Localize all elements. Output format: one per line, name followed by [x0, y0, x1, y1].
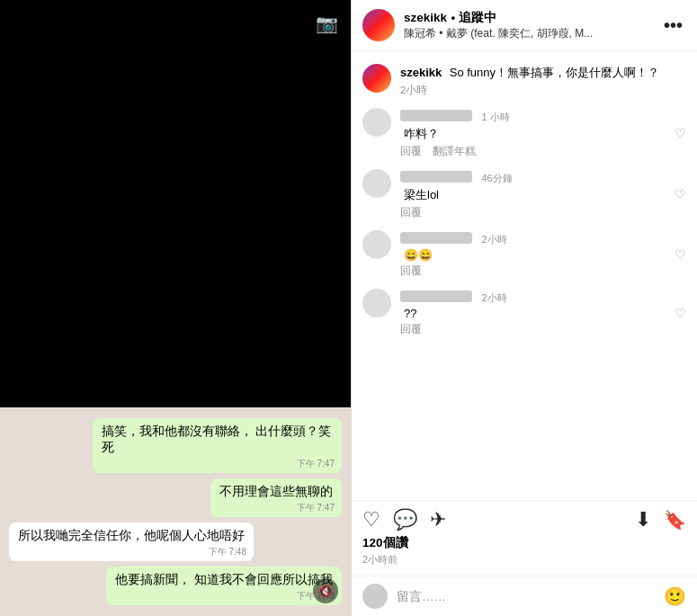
header-info: szekikk • 追蹤中 陳冠希 • 戴夢 (feat. 陳奕仁, 胡琤葭, …	[404, 9, 651, 41]
comment-item-4: 2小時 ?? 回覆 ♡	[352, 283, 697, 342]
comment-item-3: 2小時 😄😄 回覆 ♡	[352, 225, 697, 283]
first-comment-avatar	[362, 64, 391, 93]
post-time: 2小時前	[362, 553, 686, 567]
comment-text-4: ??	[404, 307, 666, 320]
comment-time-4: 2小時	[481, 292, 506, 303]
current-user-avatar	[362, 584, 388, 609]
like-button[interactable]: ♡	[362, 508, 380, 531]
chat-text-4: 他要搞新聞， 知道我不會回應所以搞我	[115, 573, 333, 586]
chat-bubble-sent-1: 搞笑，我和他都沒有聯絡， 出什麼頭？笑死 下午 7:47	[93, 418, 343, 474]
comment-meta-3: 回覆	[400, 264, 666, 278]
comment-item-2: 46分鐘 梁生lol 回覆 ♡	[352, 164, 697, 225]
comment-meta-1: 回覆 翻譯年糕	[400, 145, 666, 158]
emoji-button[interactable]: 🙂	[664, 585, 686, 607]
translate-link-1[interactable]: 翻譯年糕	[433, 145, 476, 158]
comments-area[interactable]: szekikk So funny！無事搞事，你是什麼人啊！？ 2小時 1 小時 …	[352, 51, 697, 500]
comment-time-2: 46分鐘	[481, 173, 512, 183]
comment-text-1: 咋料？	[404, 126, 666, 142]
chat-text-3: 所以我哋完全信任你，他呢個人心地唔好	[18, 529, 245, 542]
first-comment-meta: 2小時	[400, 84, 686, 97]
comment-username-2	[400, 171, 472, 183]
chat-time-2: 下午 7:47	[297, 502, 335, 514]
header-username-row: szekikk • 追蹤中	[404, 9, 651, 26]
first-comment-body: szekikk So funny！無事搞事，你是什麼人啊！？ 2小時	[400, 64, 686, 97]
comment-username-1	[400, 110, 472, 121]
reply-link-3[interactable]: 回覆	[400, 264, 422, 278]
chat-bubble-sent-3: 他要搞新聞， 知道我不會回應所以搞我 下午 7:49	[106, 567, 342, 605]
share-button[interactable]: ✈	[430, 508, 446, 531]
like-icon-3[interactable]: ♡	[675, 246, 686, 263]
comment-avatar-2	[362, 169, 391, 198]
first-comment-text: So funny！無事搞事，你是什麼人啊！？	[450, 66, 659, 79]
more-options-button[interactable]: •••	[660, 15, 686, 36]
comment-body-2: 46分鐘 梁生lol 回覆	[400, 169, 666, 219]
comment-time-1: 1 小時	[481, 112, 509, 122]
likes-count: 120個讚	[362, 535, 686, 551]
comment-body-1: 1 小時 咋料？ 回覆 翻譯年糕	[400, 108, 666, 158]
save-button[interactable]: 🔖	[664, 509, 686, 531]
comment-avatar-4	[362, 289, 391, 317]
comment-body-3: 2小時 😄😄 回覆	[400, 230, 666, 278]
comment-input-bar: 🙂	[352, 576, 697, 616]
comment-input[interactable]	[397, 590, 655, 603]
poster-username[interactable]: szekikk	[404, 11, 447, 24]
camera-icon[interactable]: 📷	[316, 13, 338, 34]
follow-label[interactable]: • 追蹤中	[451, 11, 496, 24]
chat-bubble-received-1: 所以我哋完全信任你，他呢個人心地唔好 下午 7:48	[9, 522, 254, 561]
right-panel: szekikk • 追蹤中 陳冠希 • 戴夢 (feat. 陳奕仁, 胡琤葭, …	[351, 0, 697, 616]
first-comment: szekikk So funny！無事搞事，你是什麼人啊！？ 2小時	[352, 58, 697, 103]
comment-meta-2: 回覆	[400, 206, 666, 219]
video-panel: 📷 搞笑，我和他都沒有聯絡， 出什麼頭？笑死 下午 7:47 不用理會這些無聊的…	[0, 0, 351, 616]
chat-time-3: 下午 7:48	[209, 546, 246, 558]
comment-button[interactable]: 💬	[393, 508, 417, 531]
comment-body-4: 2小時 ?? 回覆	[400, 289, 666, 336]
comment-text-2: 梁生lol	[404, 187, 666, 203]
poster-avatar	[362, 9, 395, 41]
reply-link-1[interactable]: 回覆	[400, 145, 422, 158]
comment-username-4	[400, 290, 472, 302]
action-icons-row: ♡ 💬 ✈ ⬇ 🔖	[362, 508, 686, 531]
comment-meta-4: 回覆	[400, 323, 666, 336]
comment-avatar-3	[362, 230, 391, 259]
action-bar: ♡ 💬 ✈ ⬇ 🔖 120個讚 2小時前	[352, 500, 697, 576]
comment-username-3	[400, 232, 472, 244]
chat-bubble-sent-2: 不用理會這些無聊的 下午 7:47	[210, 478, 342, 517]
comment-item-1: 1 小時 咋料？ 回覆 翻譯年糕 ♡	[352, 103, 697, 164]
first-comment-username[interactable]: szekikk	[400, 66, 442, 79]
chat-time-1: 下午 7:47	[297, 458, 335, 470]
download-button[interactable]: ⬇	[635, 508, 651, 531]
first-comment-time: 2小時	[400, 84, 427, 97]
comment-text-3: 😄😄	[404, 248, 666, 262]
like-icon-2[interactable]: ♡	[675, 186, 686, 202]
chat-area: 搞笑，我和他都沒有聯絡， 出什麼頭？笑死 下午 7:47 不用理會這些無聊的 下…	[0, 407, 351, 616]
chat-text-2: 不用理會這些無聊的	[219, 485, 333, 498]
chat-text: 搞笑，我和他都沒有聯絡， 出什麼頭？笑死	[102, 424, 332, 455]
mute-icon[interactable]: 🔇	[313, 578, 338, 603]
comment-avatar-1	[362, 108, 391, 137]
like-icon-1[interactable]: ♡	[675, 125, 686, 141]
post-header: szekikk • 追蹤中 陳冠希 • 戴夢 (feat. 陳奕仁, 胡琤葭, …	[352, 0, 697, 51]
comment-time-3: 2小時	[481, 234, 506, 245]
reply-link-4[interactable]: 回覆	[400, 323, 422, 336]
like-icon-4[interactable]: ♡	[675, 305, 686, 321]
post-subtitle: 陳冠希 • 戴夢 (feat. 陳奕仁, 胡琤葭, M...	[404, 26, 602, 41]
reply-link-2[interactable]: 回覆	[400, 206, 422, 219]
